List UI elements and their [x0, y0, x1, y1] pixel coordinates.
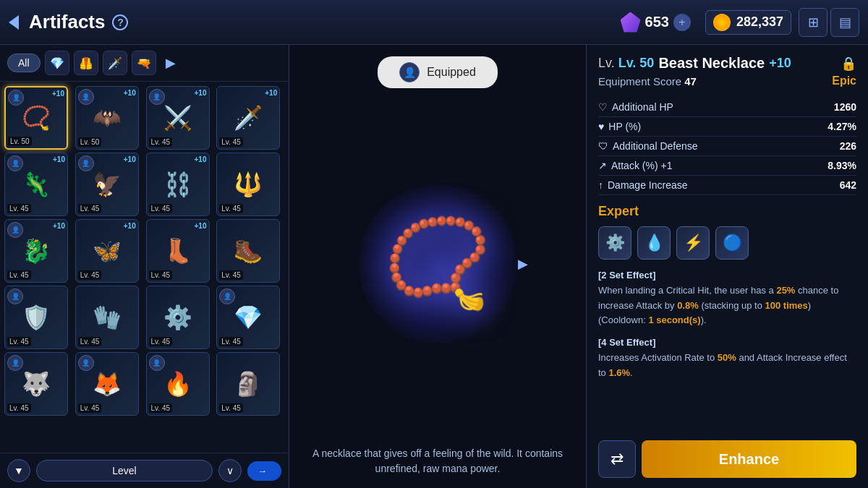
set-4-highlight-1: 50% — [718, 352, 736, 363]
artifact-icon: 🦎 — [14, 163, 58, 206]
bottom-actions: ⇄ Enhance — [598, 440, 856, 478]
set-2-highlight-2: 0.8% — [677, 300, 699, 311]
artifact-level-badge: Lv. 45 — [219, 204, 243, 213]
stat-row: ↗ Attack (%) +1 8.93% — [598, 156, 856, 176]
stat-row: ♡ Additional HP 1260 — [598, 98, 856, 117]
artifact-item[interactable]: 👤+10⚔️Lv. 45 — [146, 86, 210, 150]
equipped-avatar: 👤 — [399, 62, 420, 82]
artifact-main-image: 📿 — [383, 213, 492, 314]
set-section: Expert ⚙️💧⚡🔵 [2 Set Effect] When landing… — [598, 204, 856, 388]
sort-direction-button[interactable]: ∨ — [218, 459, 242, 482]
artifact-item[interactable]: 🥾Lv. 45 — [216, 219, 280, 283]
artifact-item[interactable]: 👤🔥Lv. 45 — [146, 352, 210, 416]
score-value: 47 — [684, 75, 697, 87]
stat-label: 🛡 Additional Defense — [598, 140, 698, 152]
stat-value: 226 — [840, 140, 856, 152]
set-2-highlight-3: 100 times — [765, 300, 808, 311]
artifact-item[interactable]: +10👢Lv. 45 — [146, 219, 210, 283]
artifact-plus-level: +10 — [53, 155, 65, 163]
artifact-item[interactable]: ⚙️Lv. 45 — [146, 286, 210, 349]
artifact-item[interactable]: 👤+10🐉Lv. 45 — [4, 219, 68, 283]
artifact-avatar: 👤 — [7, 222, 23, 238]
sort-bar: ▼ Level ∨ → — [0, 453, 289, 488]
stat-rows: ♡ Additional HP 1260 ♥ HP (%) 4.27% 🛡 Ad… — [598, 98, 856, 195]
rarity-label: Epic — [832, 74, 856, 87]
back-arrow-icon — [9, 15, 19, 30]
stat-label: ↑ Damage Increase — [598, 179, 688, 191]
add-gems-button[interactable]: + — [673, 14, 691, 31]
transfer-button[interactable]: ⇄ — [598, 440, 636, 478]
artifact-item[interactable]: 👤🦊Lv. 45 — [75, 352, 139, 416]
filter-more-button[interactable]: ▶ — [161, 53, 181, 73]
artifact-level-badge: Lv. 45 — [219, 403, 243, 413]
transfer-icon: ⇄ — [610, 450, 624, 468]
expand-arrow-icon[interactable]: ▶ — [518, 256, 528, 272]
gem-currency: 653 + — [621, 12, 699, 33]
artifact-item[interactable]: 👤+10🦇Lv. 50 — [75, 86, 139, 150]
gem-icon — [621, 12, 641, 33]
artifact-level-badge: Lv. 50 — [8, 137, 32, 146]
artifact-plus-level: +10 — [124, 155, 136, 163]
equipped-button[interactable]: 👤 Equipped — [378, 56, 498, 88]
artifact-level-badge: Lv. 45 — [149, 403, 173, 413]
stat-icon: ♥ — [598, 121, 604, 132]
equip-toggle-button[interactable]: → — [247, 461, 281, 481]
artifact-avatar: 👤 — [7, 155, 23, 171]
artifact-item[interactable]: 🧤Lv. 45 — [75, 286, 139, 349]
artifact-plus-level: +10 — [124, 222, 136, 230]
stat-value: 642 — [840, 179, 856, 191]
artifact-avatar: 👤 — [78, 155, 94, 171]
artifact-level-badge: Lv. 45 — [7, 270, 31, 280]
artifact-item[interactable]: 👤+10🦎Lv. 45 — [4, 153, 68, 216]
artifact-enhance-level: +10 — [769, 56, 791, 71]
filter-type-1-button[interactable]: 💎 — [45, 51, 69, 75]
artifact-plus-level: +10 — [195, 222, 207, 230]
artifact-item[interactable]: +10🗡️Lv. 45 — [216, 86, 280, 150]
stat-name: HP (%) — [608, 121, 641, 132]
artifact-item[interactable]: 👤🛡️Lv. 45 — [4, 286, 68, 349]
artifact-icon: 🗿 — [226, 362, 270, 406]
help-button[interactable]: ? — [112, 14, 128, 30]
gold-count: 282,337 — [736, 14, 783, 30]
artifact-item[interactable]: +10🦋Lv. 45 — [75, 219, 139, 283]
artifact-level-badge: Lv. 45 — [78, 270, 102, 280]
filter-type-4-button[interactable]: 🔫 — [132, 51, 156, 75]
filter-all-button[interactable]: All — [7, 53, 41, 72]
stat-row: ↑ Damage Increase 642 — [598, 176, 856, 195]
filter-type-3-button[interactable]: 🗡️ — [103, 51, 127, 75]
artifact-preview-panel: 👤 Equipped 📿 ▶ A necklace that gives off… — [289, 45, 586, 488]
artifact-description: A necklace that gives off a feeling of t… — [289, 439, 586, 488]
artifact-item[interactable]: 👤🐺Lv. 45 — [4, 352, 68, 416]
back-button[interactable] — [9, 15, 23, 30]
artifact-icon: 🧤 — [85, 296, 129, 339]
sort-label: Level — [36, 460, 213, 481]
artifact-icon: 💎 — [226, 296, 270, 339]
artifact-item[interactable]: 👤+10📿Lv. 50 — [4, 86, 68, 150]
artifact-preview: 📿 ▶ — [358, 88, 517, 439]
grid-view-button[interactable]: ⊞ — [799, 8, 827, 37]
set-icon-item: 💧 — [637, 226, 671, 260]
artifact-item[interactable]: 🔱Lv. 45 — [216, 153, 280, 216]
artifact-level-badge: Lv. 45 — [7, 204, 31, 213]
artifact-name-row: Lv. Lv. 50 Beast Necklace +10 🔒 — [598, 55, 856, 72]
artifact-item[interactable]: +10⛓️Lv. 45 — [146, 153, 210, 216]
page-title: Artifacts — [29, 11, 105, 33]
artifact-level-badge: Lv. 45 — [78, 204, 102, 213]
grid-icon: ⊞ — [808, 14, 819, 30]
artifact-icon: ⛓️ — [156, 163, 200, 206]
artifact-icon: 🛡️ — [14, 296, 58, 339]
set-4-effect: [4 Set Effect] Increases Activation Rate… — [598, 335, 856, 380]
artifact-level-badge: Lv. 45 — [219, 270, 243, 280]
filter-type-2-button[interactable]: 🦺 — [74, 51, 98, 75]
enhance-button[interactable]: Enhance — [642, 440, 856, 478]
set-2-effect-title: [2 Set Effect] — [598, 270, 655, 281]
sort-filter-icon[interactable]: ▼ — [7, 459, 30, 482]
artifact-item[interactable]: 🗿Lv. 45 — [216, 352, 280, 416]
artifact-item[interactable]: 👤+10🦅Lv. 45 — [75, 153, 139, 216]
artifact-icon: 🐺 — [14, 362, 58, 406]
lock-icon[interactable]: 🔒 — [841, 56, 856, 72]
list-view-button[interactable]: ▤ — [830, 8, 859, 37]
artifact-item[interactable]: 👤💎Lv. 45 — [216, 286, 280, 349]
stat-value: 8.93% — [827, 160, 856, 171]
artifact-grid: 👤+10📿Lv. 50👤+10🦇Lv. 50👤+10⚔️Lv. 45+10🗡️L… — [0, 82, 289, 453]
